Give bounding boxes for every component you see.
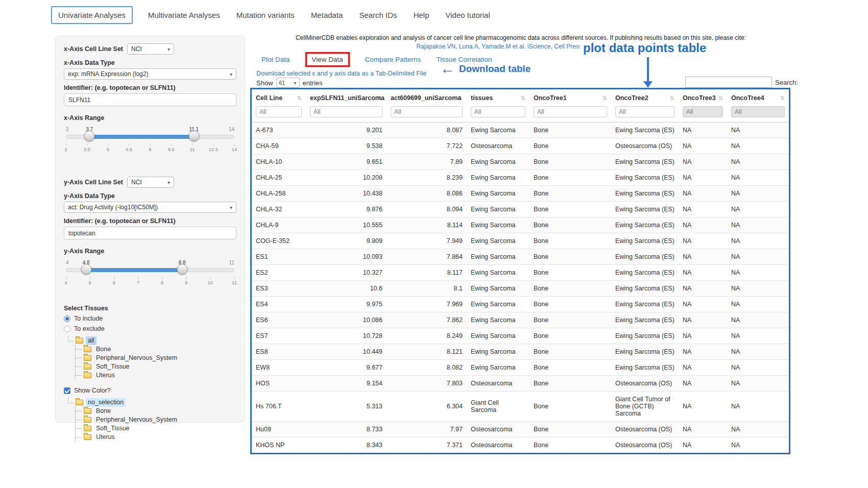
tree-node-bone[interactable]: Bone (76, 407, 236, 416)
cell-oncotree4: NA (727, 217, 789, 233)
filter-input-act609699-unisarcoma[interactable] (391, 106, 463, 117)
subtab-plot-data[interactable]: Plot Data (261, 56, 290, 63)
table-row-chla-258[interactable]: CHLA-25810.4388.086Ewing SarcomaBoneEwin… (252, 186, 789, 202)
subtab-view-data[interactable]: View Data (305, 52, 350, 67)
tree-node-no-selection[interactable]: no_selection (68, 398, 236, 407)
slider-selected-range[interactable] (86, 268, 182, 272)
table-row-chla-25[interactable]: CHLA-2510.2088.239Ewing SarcomaBoneEwing… (252, 170, 789, 186)
filter-input-tissues[interactable] (471, 106, 525, 117)
column-header-tissues[interactable]: ⇅tissues (467, 89, 529, 105)
cell-cell-line: CHLA-25 (252, 170, 306, 186)
cell-act609699-unisarcoma: 8.087 (387, 123, 467, 138)
sort-icon[interactable]: ⇅ (670, 95, 674, 102)
x-cell-line-set-select[interactable]: NCI ▾ (127, 43, 174, 55)
cell-tissues: Ewing Sarcoma (467, 312, 529, 328)
table-row-cha-59[interactable]: CHA-599.5387.722OsteosarcomaBoneOsteosar… (252, 138, 789, 154)
nav-tab-search-ids[interactable]: Search IDs (358, 7, 398, 23)
annotation-arrow-down-icon (643, 57, 653, 89)
show-color-checkbox[interactable]: Show Color? (64, 387, 236, 394)
folder-icon (84, 434, 91, 440)
filter-input-cell-line[interactable] (256, 106, 302, 117)
column-header-oncotree2[interactable]: ⇅OncoTree2 (611, 89, 679, 105)
sort-icon[interactable]: ⇅ (602, 95, 607, 102)
radio-to-exclude[interactable]: To exclude (64, 325, 236, 332)
table-row-es2[interactable]: ES210.3278.117Ewing SarcomaBoneEwing Sar… (252, 265, 789, 281)
table-row-cog-e-352[interactable]: COG-E-3529.8097.949Ewing SarcomaBoneEwin… (252, 233, 789, 249)
filter-input-expslfn11-unisarcoma[interactable] (310, 106, 382, 117)
subtab-compare-patterns[interactable]: Compare Patterns (365, 56, 421, 63)
sort-icon[interactable]: ⇅ (718, 95, 723, 102)
filter-input-oncotree3[interactable] (683, 106, 723, 117)
slider-handle-left[interactable] (81, 264, 91, 275)
tree-node-soft-tissue[interactable]: Soft_Tissue (76, 362, 236, 371)
slider-handle-right[interactable] (177, 264, 187, 275)
table-row-a-673[interactable]: A-6739.2018.087Ewing SarcomaBoneEwing Sa… (252, 123, 789, 138)
tree-node-bone[interactable]: Bone (76, 345, 236, 354)
table-row-ew8[interactable]: EW89.6778.082Ewing SarcomaBoneEwing Sarc… (252, 360, 789, 376)
filter-input-oncotree1[interactable] (534, 106, 607, 117)
tree-node-all[interactable]: all (68, 336, 236, 345)
cell-tissues: Osteosarcoma (467, 437, 529, 453)
filter-input-oncotree2[interactable] (615, 106, 674, 117)
cell-act609699-unisarcoma: 8.114 (387, 217, 467, 233)
search-input[interactable] (685, 77, 772, 88)
column-header-oncotree1[interactable]: ⇅OncoTree1 (529, 89, 611, 105)
cell-cell-line: CHA-59 (252, 138, 306, 154)
nav-tab-univariate-analyses[interactable]: Univariate Analyses (51, 6, 133, 24)
table-row-khos-np[interactable]: KHOS NP8.3437.371OsteosarcomaBoneOsteosa… (252, 437, 789, 453)
data-points-table: ⇅Cell Line⇅expSLFN11_uniSarcoma⇅act60969… (250, 88, 790, 454)
entries-per-page-select[interactable]: 61 ▾ (276, 78, 300, 88)
cell-oncotree4: NA (727, 360, 789, 376)
table-row-es6[interactable]: ES610.0867.862Ewing SarcomaBoneEwing Sar… (252, 312, 789, 328)
tree-node-peripheral-nervous-system[interactable]: Peripheral_Nervous_System (76, 416, 236, 424)
table-row-hu09[interactable]: Hu098.7337.97OsteosarcomaBoneOsteosarcom… (252, 422, 789, 437)
table-row-es1[interactable]: ES110.0937.864Ewing SarcomaBoneEwing Sar… (252, 249, 789, 265)
radio-to-include[interactable]: To include (64, 315, 236, 322)
tree-node-soft-tissue[interactable]: Soft_Tissue (76, 424, 236, 433)
nav-tab-help[interactable]: Help (413, 7, 430, 23)
cell-oncotree4: NA (727, 154, 789, 170)
tree-node-uterus[interactable]: Uterus (76, 433, 236, 442)
tree-node-uterus[interactable]: Uterus (76, 371, 236, 380)
nav-tab-metadata[interactable]: Metadata (310, 7, 344, 23)
y-data-type-select[interactable]: act: Drug Activity (-log10[IC50M]) ▾ (64, 202, 236, 213)
x-identifier-input[interactable] (64, 93, 236, 106)
nav-tab-multivariate-analyses[interactable]: Multivariate Analyses (147, 7, 221, 23)
cell-oncotree2: Ewing Sarcoma (ES) (611, 154, 679, 170)
chevron-down-icon: ▾ (230, 205, 232, 210)
table-row-chla-32[interactable]: CHLA-329.8768.094Ewing SarcomaBoneEwing … (252, 202, 789, 217)
cell-oncotree1: Bone (529, 437, 611, 453)
tree-node-peripheral-nervous-system[interactable]: Peripheral_Nervous_System (76, 354, 236, 362)
table-row-hs-706-t[interactable]: Hs 706.T5.3136.304Giant Cell SarcomaBone… (252, 392, 789, 422)
column-header-oncotree3[interactable]: ⇅OncoTree3 (679, 89, 727, 105)
x-data-type-select[interactable]: exp: mRNA Expression (log2) ▾ (64, 68, 236, 80)
nav-tab-video-tutorial[interactable]: Video tutorial (444, 7, 491, 23)
x-identifier-label: Identifier: (e.g. topotecan or SLFN11) (64, 84, 236, 91)
column-header-act609699-unisarcoma[interactable]: ⇅act609699_uniSarcoma (387, 89, 467, 105)
cell-oncotree4: NA (727, 437, 789, 453)
table-row-chla-10[interactable]: CHLA-109.6517.89Ewing SarcomaBoneEwing S… (252, 154, 789, 170)
slider-handle-left[interactable] (84, 131, 95, 141)
table-row-es4[interactable]: ES49.9757.969Ewing SarcomaBoneEwing Sarc… (252, 297, 789, 312)
sort-icon[interactable]: ⇅ (521, 95, 525, 102)
filter-input-oncotree4[interactable] (731, 106, 785, 117)
sort-icon[interactable]: ⇅ (780, 95, 785, 102)
slider-selected-range[interactable] (89, 135, 194, 139)
column-header-oncotree4[interactable]: ⇅OncoTree4 (727, 89, 789, 105)
table-row-hos[interactable]: HOS9.1547.803OsteosarcomaBoneOsteosarcom… (252, 376, 789, 392)
nav-tab-mutation-variants[interactable]: Mutation variants (235, 7, 296, 23)
y-identifier-input[interactable] (64, 227, 236, 239)
slider-handle-right[interactable] (188, 131, 199, 141)
download-tab-delimited-link[interactable]: Download selected x and y axis data as a… (256, 70, 426, 77)
column-header-cell-line[interactable]: ⇅Cell Line (252, 89, 306, 105)
cell-oncotree1: Bone (529, 123, 611, 138)
column-header-expslfn11-unisarcoma[interactable]: ⇅expSLFN11_uniSarcoma (306, 89, 387, 105)
slider-tick-labels: 23.556.589.51112.514 (66, 142, 234, 154)
y-cell-line-set-select[interactable]: NCI ▾ (127, 177, 174, 188)
table-row-es3[interactable]: ES310.68.1Ewing SarcomaBoneEwing Sarcoma… (252, 281, 789, 297)
table-row-es8[interactable]: ES810.4498.121Ewing SarcomaBoneEwing Sar… (252, 344, 789, 360)
folder-icon (84, 373, 91, 378)
table-row-chla-9[interactable]: CHLA-910.5558.114Ewing SarcomaBoneEwing … (252, 217, 789, 233)
table-row-es7[interactable]: ES710.7288.249Ewing SarcomaBoneEwing Sar… (252, 328, 789, 344)
sort-icon[interactable]: ⇅ (297, 95, 302, 102)
